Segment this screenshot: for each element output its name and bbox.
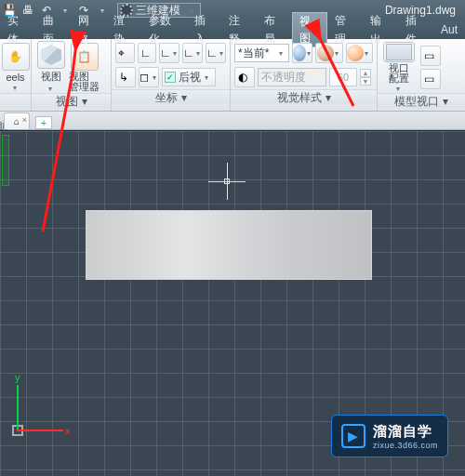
play-icon: ▶ xyxy=(341,424,365,448)
menu-网格[interactable]: 网格 xyxy=(71,11,106,48)
spin-up[interactable]: ▲ xyxy=(360,69,371,77)
panel-label: 坐标 xyxy=(155,90,178,105)
left-marker xyxy=(2,135,9,186)
menu-曲面[interactable]: 曲面 xyxy=(35,11,71,48)
panel-label xyxy=(0,93,31,108)
sphere-blue-icon xyxy=(293,45,306,61)
shade-c-button[interactable]: ▾ xyxy=(346,43,373,63)
chevron-down-icon[interactable]: ▾ xyxy=(181,90,187,105)
menu-注释[interactable]: 注释 xyxy=(221,11,257,48)
ucs-icon-button[interactable]: ⌖ xyxy=(115,43,135,63)
close-icon[interactable]: × xyxy=(22,115,27,125)
panel-view: 视图 ▾ 📋 视图 管理器 视图▾ xyxy=(32,39,112,111)
ribbon: ✋ eels ▾ 视图 ▾ 📋 视图 管理器 视图▾ xyxy=(0,39,465,112)
view-manager-button[interactable]: 📋 视图 管理器 xyxy=(67,41,101,93)
file-tab-strip: ⌂× + xyxy=(0,112,465,130)
chevron-down-icon: ▾ xyxy=(13,84,20,92)
spin-down[interactable]: ▼ xyxy=(360,77,371,86)
ucs-origin-button[interactable]: ∟▾ xyxy=(206,43,226,63)
menu-插件[interactable]: 插件 xyxy=(398,11,433,48)
watermark-title: 溜溜自学 xyxy=(373,423,438,441)
new-tab-button[interactable]: + xyxy=(35,116,52,129)
ucs-prev-button[interactable]: ∟▾ xyxy=(159,43,179,63)
panel-viewport: 视口 配置 ▾ ▭ ▭ 模型视口▾ xyxy=(378,39,465,111)
view-button[interactable]: 视图 ▾ xyxy=(35,41,67,93)
shade-a-button[interactable]: ▾ xyxy=(292,43,312,63)
nav-wheel-button[interactable]: ✋ eels ▾ xyxy=(4,41,27,93)
chevron-down-icon[interactable]: ▾ xyxy=(443,94,448,109)
chevron-down-icon[interactable]: ▾ xyxy=(82,94,87,109)
menu-Aut[interactable]: Aut xyxy=(433,20,465,39)
chevron-down-icon: ▾ xyxy=(48,85,55,93)
ucs-object-button[interactable]: ◻▾ xyxy=(139,67,159,87)
ucs-x-button[interactable]: ↳ xyxy=(115,67,136,87)
menu-布局[interactable]: 布局 xyxy=(257,11,292,48)
watermark-badge: ▶ 溜溜自学 zixue.3d66.com xyxy=(331,415,448,457)
menu-bar: 实体曲面网格渲染参数化插入注释布局视图管理输出插件Aut xyxy=(0,20,465,39)
ucs-face-button[interactable]: ∟▾ xyxy=(182,43,203,63)
extruded-rectangle-shape[interactable] xyxy=(86,210,372,280)
viewport-aux1-button[interactable]: ▭ xyxy=(420,46,441,66)
watermark-sub: zixue.3d66.com xyxy=(373,441,438,450)
home-icon: ⌂ xyxy=(14,116,20,126)
viewport-aux2-button[interactable]: ▭ xyxy=(420,69,441,89)
sphere-orange-icon xyxy=(347,45,364,61)
panel-visual-style: *当前*▾ ▾ ▾ ▾ ◐ 不透明度 60 ▲ ▼ 视觉样式▾ xyxy=(231,39,378,111)
file-tab-1[interactable]: ⌂× xyxy=(4,112,30,129)
menu-实体[interactable]: 实体 xyxy=(0,11,35,48)
panel-label: 视图 xyxy=(56,94,78,109)
chevron-down-icon[interactable]: ▾ xyxy=(326,90,331,105)
back-view-checkbox[interactable]: ✓后视▾ xyxy=(162,68,216,86)
drawing-canvas[interactable]: y x ▶ 溜溜自学 zixue.3d66.com xyxy=(0,130,465,476)
panel-nav-wheels: ✋ eels ▾ xyxy=(0,39,32,111)
panel-label: 模型视口 xyxy=(394,94,439,109)
panel-coordinate: ⌖ ∟ ∟▾ ∟▾ ∟▾ ↳ ◻▾ ✓后视▾ 坐标▾ xyxy=(112,39,231,111)
panel-label: 视觉样式 xyxy=(277,90,322,105)
opacity-value[interactable]: 60 xyxy=(329,68,357,86)
cursor-crosshair xyxy=(208,163,246,200)
chevron-down-icon: ▾ xyxy=(396,85,403,93)
visual-toggle-button[interactable]: ◐ xyxy=(234,67,255,87)
ucs-world-button[interactable]: ∟ xyxy=(138,43,157,63)
shade-b-button[interactable]: ▾ xyxy=(315,43,342,63)
sphere-grey-icon xyxy=(317,45,334,61)
opacity-combo: 不透明度 xyxy=(258,68,326,86)
viewport-config-button[interactable]: 视口 配置 ▾ xyxy=(381,41,417,93)
